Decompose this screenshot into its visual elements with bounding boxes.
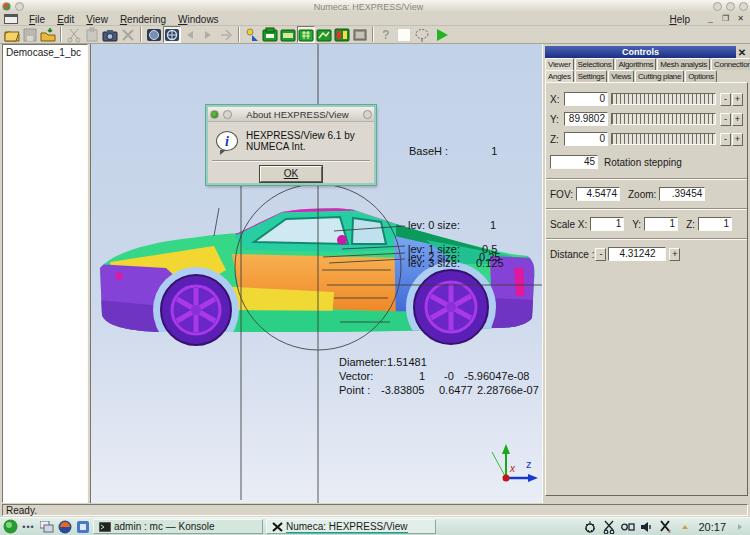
mdi-minimize-icon[interactable]: _: [704, 14, 717, 25]
pager-icon[interactable]: [39, 519, 54, 534]
scale-y-field[interactable]: 1: [644, 217, 678, 231]
z-minus-button[interactable]: -: [720, 133, 731, 146]
reset-view-icon[interactable]: [217, 26, 235, 43]
x-plus-button[interactable]: +: [732, 93, 743, 106]
about-dialog: About HEXPRESS/View i HEXPRESS/View 6.1 …: [206, 105, 376, 185]
mdi-window-icon[interactable]: [4, 14, 18, 24]
save-project-icon[interactable]: [21, 26, 39, 43]
monitor-applet-icon[interactable]: [582, 519, 597, 534]
redo-view-icon[interactable]: [199, 26, 217, 43]
wireframe-mesh-icon[interactable]: [261, 26, 279, 43]
separator: [546, 178, 747, 180]
menu-file[interactable]: File: [23, 14, 51, 25]
menu-edit[interactable]: Edit: [51, 14, 80, 25]
ok-button[interactable]: OK: [260, 166, 322, 182]
tab-selections[interactable]: Selections: [575, 58, 615, 70]
mesh-settings-icon[interactable]: [351, 26, 369, 43]
x-angle-slider[interactable]: [611, 93, 716, 105]
rotate-view-icon[interactable]: [145, 26, 163, 43]
tab-views[interactable]: Views: [608, 70, 634, 82]
browser-icon[interactable]: [57, 519, 72, 534]
grid-mesh-icon[interactable]: [297, 26, 315, 43]
y-angle-slider[interactable]: [611, 113, 716, 125]
scale-x-field[interactable]: 1: [590, 217, 624, 231]
scale-z-field[interactable]: 1: [698, 217, 732, 231]
z-angle-slider[interactable]: [611, 133, 716, 145]
baseh-label: BaseH : 1: [409, 145, 497, 157]
angles-tab-content: X: 0 - + Y: 89.9802 - + Z: 0 - + 45 Rota…: [545, 82, 748, 496]
z-angle-field[interactable]: 0: [564, 132, 608, 146]
dialog-menu-icon[interactable]: [223, 110, 232, 119]
whats-this-icon[interactable]: ?: [377, 26, 395, 43]
cut-icon[interactable]: [65, 26, 83, 43]
task-hexpress[interactable]: Numeca: HEXPRESS/View: [266, 519, 436, 534]
y-plus-button[interactable]: +: [732, 113, 743, 126]
toolbar-separator: [140, 27, 142, 42]
task-konsole[interactable]: admin : mc — Konsole: [93, 519, 263, 534]
klipper-icon[interactable]: [601, 519, 616, 534]
panel-end-arrow[interactable]: [732, 519, 747, 534]
scale-x-label: Scale X:: [550, 219, 587, 230]
viewport-3d[interactable]: BaseH : 1 lev: 0 size:1 lev: 1 size:0.5 …: [90, 44, 542, 503]
volume-icon[interactable]: [639, 519, 654, 534]
mesh-info-icon[interactable]: [333, 26, 351, 43]
tab-connections[interactable]: Connections: [711, 58, 750, 70]
z-plus-button[interactable]: +: [732, 133, 743, 146]
dialog-titlebar[interactable]: About HEXPRESS/View: [208, 107, 374, 122]
keyboard-layout-icon[interactable]: x: [658, 519, 673, 534]
tab-mesh-analysis[interactable]: Mesh analysis: [657, 58, 710, 70]
clock[interactable]: 20:17: [698, 521, 726, 533]
import-icon[interactable]: [39, 26, 57, 43]
toolbar-separator: [60, 27, 62, 42]
menu-view[interactable]: View: [80, 14, 114, 25]
tab-angles[interactable]: Angles: [545, 70, 574, 82]
maximize-button[interactable]: [726, 2, 735, 11]
y-minus-button[interactable]: -: [720, 113, 731, 126]
open-project-icon[interactable]: [3, 26, 21, 43]
organizer-icon[interactable]: [620, 519, 635, 534]
x-axis-label: x: [509, 463, 516, 474]
fov-field[interactable]: 4.5474: [576, 187, 620, 201]
color-swatch[interactable]: [395, 26, 413, 43]
close-button[interactable]: [739, 2, 748, 11]
x-minus-button[interactable]: -: [720, 93, 731, 106]
list-item[interactable]: Democase_1_bc: [6, 47, 84, 58]
menu-windows[interactable]: Windows: [172, 14, 225, 25]
titlebar-menu-icon[interactable]: [15, 2, 24, 11]
paste-icon[interactable]: [83, 26, 101, 43]
rotation-stepping-field[interactable]: 45: [550, 155, 598, 169]
applet-handle[interactable]: •••: [21, 519, 36, 534]
tab-settings[interactable]: Settings: [575, 70, 608, 82]
panel-hide-arrow[interactable]: [677, 519, 692, 534]
snapshot-icon[interactable]: [101, 26, 119, 43]
tab-cutting-plane[interactable]: Cutting plane: [635, 70, 684, 82]
delete-icon[interactable]: [119, 26, 137, 43]
controls-title[interactable]: Controls: [545, 46, 736, 58]
tab-viewer[interactable]: Viewer: [545, 58, 574, 70]
play-icon[interactable]: [433, 26, 451, 43]
menu-rendering[interactable]: Rendering: [114, 14, 172, 25]
zoom-field[interactable]: .39454: [659, 187, 705, 201]
filemanager-icon[interactable]: [75, 519, 90, 534]
level-0-label: lev: 0 size:1: [408, 219, 460, 231]
probe-icon[interactable]: [243, 26, 261, 43]
distance-plus-button[interactable]: +: [669, 248, 680, 261]
tab-algorithms[interactable]: Algorithms: [615, 58, 656, 70]
dialog-close-icon[interactable]: [363, 110, 372, 119]
mdi-close-icon[interactable]: ✕: [734, 14, 747, 25]
boundary-mesh-icon[interactable]: [315, 26, 333, 43]
menu-help[interactable]: Help: [663, 14, 696, 25]
tab-options[interactable]: Options: [685, 70, 716, 82]
undo-view-icon[interactable]: [181, 26, 199, 43]
shaded-mesh-icon[interactable]: [279, 26, 297, 43]
mdi-restore-icon[interactable]: ❐: [719, 14, 732, 25]
controls-close-icon[interactable]: ✕: [736, 47, 748, 58]
lasso-icon[interactable]: [413, 26, 431, 43]
minimize-button[interactable]: [713, 2, 722, 11]
distance-field[interactable]: 4.31242: [608, 247, 666, 261]
fit-view-icon[interactable]: [163, 26, 181, 43]
distance-minus-button[interactable]: -: [595, 248, 606, 261]
y-angle-field[interactable]: 89.9802: [564, 112, 608, 126]
x-angle-field[interactable]: 0: [564, 92, 608, 106]
kmenu-button[interactable]: [3, 519, 18, 534]
